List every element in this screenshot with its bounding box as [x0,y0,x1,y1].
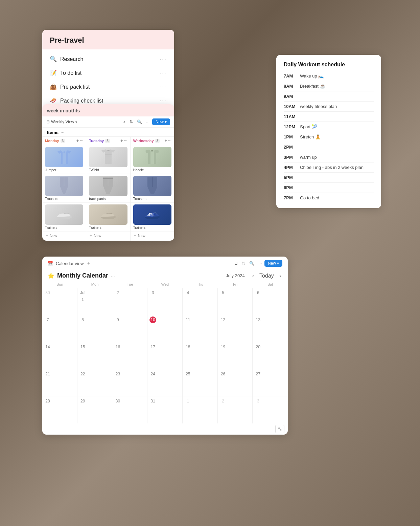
workout-activity: warm up [300,155,374,160]
trainers-b-svg [100,210,117,220]
date-7: 7 [44,316,51,323]
day-header-sat: Sat [253,281,288,288]
add-tuesday[interactable]: ＋ New [86,232,130,239]
outfit-item-trainers-a[interactable]: Trainers [131,203,174,232]
cal-cell[interactable]: 30 [42,288,77,315]
pretravel-list: 🔍 Research ··· 📝 To do list ··· 👜 Pre pa… [42,49,174,111]
cal-cell[interactable]: 29 [77,396,113,423]
col-header-tuesday: Tuesday 3 + ··· [86,137,130,145]
item-menu-dots[interactable]: ··· [160,56,167,63]
outfit-item-trainers-b[interactable]: Trainers [86,203,130,232]
date-11: 11 [185,316,191,323]
workout-activity: Sport 🎾 [300,124,374,129]
cal-cell[interactable]: 14 [42,342,77,369]
more-button[interactable]: ··· [257,260,263,266]
calendar-menu-dots[interactable]: ··· [111,273,115,279]
cal-cell[interactable]: 6 [253,288,288,315]
plus-icon[interactable]: + ··· [76,138,83,143]
view-label[interactable]: Weekly View [51,119,74,124]
more-button[interactable]: ··· [145,119,151,125]
outfit-item-trainers-g[interactable]: Trainers [42,203,86,232]
cal-cell[interactable]: 8 [77,315,113,342]
cal-cell[interactable]: 5 [218,288,253,315]
todo-icon: 📝 [50,69,57,76]
cal-cell[interactable]: Jul 1 [77,288,113,315]
date-2-next: 2 [220,398,227,404]
outfit-item-jumper[interactable]: Jumper [42,145,86,174]
cal-cell[interactable]: 27 [253,369,288,396]
outfit-item-hoodie[interactable]: Hoodie [131,145,174,174]
cal-cell[interactable]: 25 [183,369,218,396]
filter-button[interactable]: ⊿ [233,260,239,266]
pretravel-card: Pre-travel 🔍 Research ··· 📝 To do list ·… [42,30,174,111]
cal-cell[interactable]: 11 [183,315,218,342]
jumper-label: Jumper [45,168,83,172]
outfit-column-wednesday: Wednesday 3 + ··· Hoodie [131,137,174,241]
outfit-item-tshirt[interactable]: T-Shirt [86,145,130,174]
cal-cell[interactable]: 23 [112,369,147,396]
new-button[interactable]: New ▾ [264,260,282,267]
expand-button[interactable]: ⤡ [275,425,284,433]
outfit-item-trackpants[interactable]: track pants [86,174,130,203]
cal-cell[interactable]: 13 [253,315,288,342]
items-menu-dots[interactable]: ··· [61,130,65,135]
date-21: 21 [44,371,51,377]
cal-cell[interactable]: 2 [218,396,253,423]
date-6: 6 [255,289,261,296]
cal-cell[interactable]: 20 [253,342,288,369]
next-month-button[interactable]: › [278,273,282,279]
cal-cell[interactable]: 15 [77,342,113,369]
items-label: Items [47,130,59,135]
filter-button[interactable]: ⊿ [121,119,127,125]
list-item[interactable]: 👜 Pre pack list ··· [42,80,174,94]
outfits-card: week in outfits ⊞ Weekly View ▾ ⊿ ⇅ 🔍 ··… [42,104,174,241]
new-label: New [156,119,164,124]
cal-cell[interactable]: 16 [112,342,147,369]
list-item[interactable]: 📝 To do list ··· [42,66,174,80]
outfit-item-trousers-w[interactable]: Trousers [131,174,174,203]
cal-cell[interactable]: 31 [147,396,183,423]
cal-cell[interactable]: 28 [42,396,77,423]
cal-cell[interactable]: 12 [218,315,253,342]
plus-icon[interactable]: + ··· [120,138,127,143]
sort-button[interactable]: ⇅ [128,119,134,125]
cal-cell[interactable]: 30 [112,396,147,423]
plus-icon[interactable]: ＋ [86,260,91,266]
item-menu-dots[interactable]: ··· [160,97,167,104]
prev-month-button[interactable]: ‹ [251,273,255,279]
pretravel-title: Pre-travel [50,36,84,44]
add-monday[interactable]: ＋ New [42,232,86,239]
cal-cell[interactable]: 21 [42,369,77,396]
list-item[interactable]: 🔍 Research ··· [42,52,174,66]
today-button[interactable]: Today [258,273,275,279]
cal-cell[interactable]: 18 [183,342,218,369]
trousers-w-thumbnail [133,176,171,196]
cal-cell[interactable]: 10 [147,315,183,342]
plus-icon[interactable]: + ··· [165,138,171,143]
sort-button[interactable]: ⇅ [240,260,247,266]
cal-cell[interactable]: 22 [77,369,113,396]
cal-cell[interactable]: 17 [147,342,183,369]
cal-cell[interactable]: 2 [112,288,147,315]
cal-cell[interactable]: 4 [183,288,218,315]
cal-cell[interactable]: 1 [183,396,218,423]
new-button[interactable]: New ▾ [152,118,170,125]
cal-cell[interactable]: 3 [253,396,288,423]
workout-time: 10AM [284,104,300,109]
item-menu-dots[interactable]: ··· [160,69,167,76]
item-menu-dots[interactable]: ··· [160,83,167,90]
calendar-view-label[interactable]: Calendar view [56,261,84,266]
cal-cell[interactable]: 19 [218,342,253,369]
search-button[interactable]: 🔍 [136,119,143,125]
hoodie-thumbnail [133,147,171,167]
workout-row: 7PM Go to bed [284,193,374,203]
cal-cell[interactable]: 24 [147,369,183,396]
research-label: Research [60,56,83,62]
cal-cell[interactable]: 7 [42,315,77,342]
add-wednesday[interactable]: ＋ New [131,232,174,239]
search-button[interactable]: 🔍 [248,260,256,266]
outfit-item-trousers-m[interactable]: Trousers [42,174,86,203]
cal-cell[interactable]: 3 [147,288,183,315]
cal-cell[interactable]: 9 [112,315,147,342]
cal-cell[interactable]: 26 [218,369,253,396]
